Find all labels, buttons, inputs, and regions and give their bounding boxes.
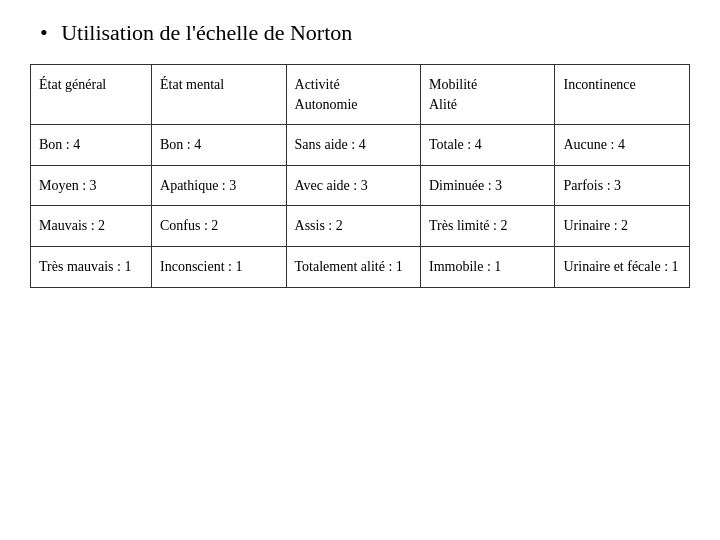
page-title: • Utilisation de l'échelle de Norton bbox=[30, 20, 690, 46]
page-container: • Utilisation de l'échelle de Norton Éta… bbox=[0, 0, 720, 540]
table-cell-0-2: Sans aide : 4 bbox=[286, 125, 420, 166]
table-cell-3-3: Immobile : 1 bbox=[421, 246, 555, 287]
table-cell-1-4: Parfois : 3 bbox=[555, 165, 690, 206]
header-cell-4: Incontinence bbox=[555, 65, 690, 125]
table-cell-3-2: Totalement alité : 1 bbox=[286, 246, 420, 287]
table-cell-3-0: Très mauvais : 1 bbox=[31, 246, 152, 287]
norton-scale-table: État général État mental ActivitéAutonom… bbox=[30, 64, 690, 288]
table-row: Très mauvais : 1Inconscient : 1Totalemen… bbox=[31, 246, 690, 287]
table-cell-2-1: Confus : 2 bbox=[152, 206, 286, 247]
table-row: Bon : 4Bon : 4Sans aide : 4Totale : 4Auc… bbox=[31, 125, 690, 166]
table-cell-2-4: Urinaire : 2 bbox=[555, 206, 690, 247]
table-row: Mauvais : 2Confus : 2Assis : 2Très limit… bbox=[31, 206, 690, 247]
table-header-row: État général État mental ActivitéAutonom… bbox=[31, 65, 690, 125]
table-cell-0-1: Bon : 4 bbox=[152, 125, 286, 166]
table-cell-1-2: Avec aide : 3 bbox=[286, 165, 420, 206]
header-cell-1: État mental bbox=[152, 65, 286, 125]
table-cell-0-3: Totale : 4 bbox=[421, 125, 555, 166]
table-row: Moyen : 3Apathique : 3Avec aide : 3Dimin… bbox=[31, 165, 690, 206]
table-cell-3-1: Inconscient : 1 bbox=[152, 246, 286, 287]
table-cell-1-0: Moyen : 3 bbox=[31, 165, 152, 206]
header-cell-0: État général bbox=[31, 65, 152, 125]
table-cell-1-3: Diminuée : 3 bbox=[421, 165, 555, 206]
table-cell-3-4: Urinaire et fécale : 1 bbox=[555, 246, 690, 287]
title-text: Utilisation de l'échelle de Norton bbox=[61, 20, 352, 45]
header-cell-3: MobilitéAlité bbox=[421, 65, 555, 125]
table-cell-1-1: Apathique : 3 bbox=[152, 165, 286, 206]
table-cell-0-4: Aucune : 4 bbox=[555, 125, 690, 166]
table-cell-2-3: Très limité : 2 bbox=[421, 206, 555, 247]
table-cell-2-0: Mauvais : 2 bbox=[31, 206, 152, 247]
header-cell-2: ActivitéAutonomie bbox=[286, 65, 420, 125]
table-cell-0-0: Bon : 4 bbox=[31, 125, 152, 166]
bullet-icon: • bbox=[40, 20, 48, 45]
table-cell-2-2: Assis : 2 bbox=[286, 206, 420, 247]
